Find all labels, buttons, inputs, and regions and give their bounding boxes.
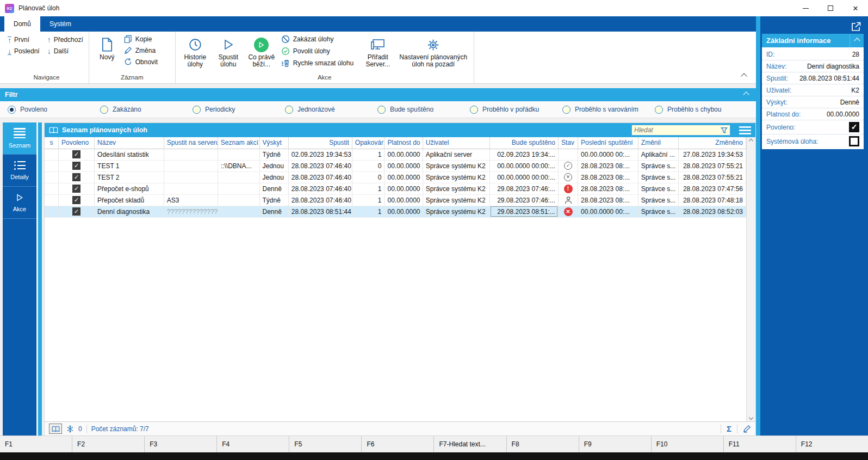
column-header-vyskyt[interactable]: Výskyt	[259, 137, 288, 149]
cell-zmenil[interactable]: Správce s...	[638, 194, 679, 206]
cell-nazev[interactable]: Odesílání statistik	[95, 149, 164, 160]
maximize-button[interactable]	[818, 0, 843, 16]
sum-button[interactable]: Σ	[727, 424, 731, 433]
fkey-f7[interactable]: F7-Hledat text...	[433, 436, 506, 452]
column-header-server[interactable]: Spustit na serveru	[164, 137, 218, 149]
fkey-f10[interactable]: F10	[651, 436, 723, 452]
cell-zmeneno[interactable]: 28.08.2023 07:55:21	[679, 160, 746, 171]
cell-server[interactable]: AS3	[164, 194, 218, 206]
cell-zmeneno[interactable]: 28.08.2023 07:47:56	[679, 183, 746, 194]
fkey-f1[interactable]: F1	[0, 436, 72, 452]
cell-akce[interactable]	[218, 171, 259, 183]
table-row[interactable]: ✓Odesílání statistikTýdně02.09.2023 19:3…	[45, 149, 746, 160]
column-header-nazev[interactable]: Název	[95, 137, 164, 149]
fkey-f6[interactable]: F6	[361, 436, 433, 452]
cell-posledni[interactable]: 28.08.2023 08:...	[578, 160, 638, 171]
close-button[interactable]: ✕	[843, 0, 868, 16]
info-collapse-button[interactable]	[850, 34, 864, 47]
cell-uzivatel[interactable]: Správce systému K2	[423, 194, 490, 206]
table-row[interactable]: ✓TEST 2Jednou28.08.2023 07:46:40000.00.0…	[45, 171, 746, 183]
cell-bude[interactable]: 00.00.0000 00:00:...	[490, 160, 559, 171]
column-header-povoleno[interactable]: Povoleno	[59, 137, 95, 149]
fkey-f12[interactable]: F12	[796, 436, 868, 452]
column-header-opakovar[interactable]: Opakovár	[352, 137, 385, 149]
column-header-uzivatel[interactable]: Uživatel	[423, 137, 490, 149]
cell-vyskyt[interactable]: Denně	[259, 206, 288, 217]
column-header-platnost[interactable]: Platnost do	[385, 137, 423, 149]
cell-akce[interactable]: ::\\DBNA...	[218, 160, 259, 171]
cell-nazev[interactable]: Přepočet skladů	[95, 194, 164, 206]
cell-uzivatel[interactable]: Správce systému K2	[423, 171, 490, 183]
column-header-stav[interactable]: Stav	[558, 137, 578, 149]
sidebar-splitter[interactable]	[38, 122, 42, 436]
cell-posledni[interactable]: 28.08.2023 08:...	[578, 194, 638, 206]
tab-system[interactable]: Systém	[40, 16, 80, 32]
table-row[interactable]: ✓TEST 1::\\DBNA...Jednou28.08.2023 07:46…	[45, 160, 746, 171]
filter-option-prob-hlo-v-po-dku[interactable]: Proběhlo v pořádku	[470, 106, 562, 114]
filter-option-zak-z-no[interactable]: Zakázáno	[100, 106, 193, 114]
filter-option-povoleno[interactable]: Povoleno	[8, 106, 100, 114]
cell-zmeneno[interactable]: 28.08.2023 07:55:21	[679, 171, 746, 183]
cell-zmeneno[interactable]: 27.08.2023 19:34:53	[679, 149, 746, 160]
cell-bude[interactable]: 29.08.2023 08:51:...	[490, 206, 559, 217]
cell-spustit[interactable]: 02.09.2023 19:34:53	[288, 149, 352, 160]
cell-povoleno[interactable]: ✓	[59, 194, 95, 206]
column-header-zmenil[interactable]: Změnil	[638, 137, 679, 149]
cell-spustit[interactable]: 28.08.2023 07:46:40	[288, 194, 352, 206]
sidebar-item-akce[interactable]: Akce	[3, 187, 36, 219]
cell-povoleno[interactable]: ✓	[59, 160, 95, 171]
cell-s[interactable]	[45, 194, 59, 206]
filter-option-bude-spu-t-no[interactable]: Bude spuštěno	[377, 106, 470, 114]
cell-posledni[interactable]: 00.00.0000 00:...	[578, 149, 638, 160]
scroll-up-icon[interactable]	[749, 139, 753, 143]
enable-tasks-button[interactable]: Povolit úlohy	[281, 47, 358, 56]
cell-server[interactable]: ??????????????	[164, 206, 218, 217]
book-view-button[interactable]	[49, 424, 62, 434]
cell-spustit[interactable]: 28.08.2023 08:51:44	[288, 206, 352, 217]
cell-platnost[interactable]: 00.00.0000	[385, 160, 423, 171]
table-row[interactable]: ✓Denní diagnostika??????????????Denně28.…	[45, 206, 746, 217]
cell-povoleno[interactable]: ✓	[59, 206, 95, 217]
filter-option-prob-hlo-s-chybou[interactable]: Proběhlo s chybou	[655, 106, 747, 114]
disable-tasks-button[interactable]: Zakázat úlohy	[281, 35, 358, 44]
cell-vyskyt[interactable]: Jednou	[259, 160, 288, 171]
run-task-button[interactable]: Spustit úlohu	[215, 32, 242, 73]
cell-vyskyt[interactable]: Týdně	[259, 194, 288, 206]
cell-zmenil[interactable]: Správce s...	[638, 160, 679, 171]
edit-pencil-button[interactable]	[743, 425, 751, 433]
cell-spustit[interactable]: 28.08.2023 07:46:40	[288, 171, 352, 183]
cell-zmeneno[interactable]: 28.08.2023 08:52:03	[679, 206, 746, 217]
new-button[interactable]: Nový	[94, 32, 121, 73]
cell-uzivatel[interactable]: Správce systému K2	[423, 183, 490, 194]
fkey-f2[interactable]: F2	[72, 436, 144, 452]
column-header-s[interactable]: s	[45, 137, 59, 149]
cell-s[interactable]	[45, 149, 59, 160]
cell-opakovar[interactable]: 1	[352, 149, 385, 160]
previous-button[interactable]: ↑Předchozí	[47, 36, 83, 44]
fkey-f5[interactable]: F5	[289, 436, 361, 452]
cell-server[interactable]	[164, 149, 218, 160]
cell-s[interactable]	[45, 171, 59, 183]
filter-funnel-icon[interactable]	[718, 127, 730, 134]
snowflake-icon[interactable]	[66, 425, 74, 433]
background-settings-button[interactable]: Nastavení plánovaných úloh na pozadí	[398, 32, 469, 73]
cell-povoleno[interactable]: ✓	[59, 183, 95, 194]
fkey-f9[interactable]: F9	[579, 436, 651, 452]
cell-posledni[interactable]: 28.08.2023 08:...	[578, 183, 638, 194]
cell-stav[interactable]	[558, 149, 578, 160]
cell-zmenil[interactable]: Správce s...	[638, 206, 679, 217]
cell-stav[interactable]: ✕	[558, 171, 578, 183]
panel-splitter[interactable]	[756, 16, 760, 436]
cell-bude[interactable]: 29.08.2023 07:46:...	[490, 183, 559, 194]
refresh-button[interactable]: Obnovit	[124, 58, 171, 66]
fkey-f11[interactable]: F11	[723, 436, 796, 452]
cell-platnost[interactable]: 00.00.0000	[385, 149, 423, 160]
cell-posledni[interactable]: 28.08.2023 08:...	[578, 171, 638, 183]
cell-zmenil[interactable]: Správce s...	[638, 183, 679, 194]
cell-povoleno[interactable]: ✓	[59, 149, 95, 160]
checkbox-checked-icon[interactable]: ✓	[849, 122, 859, 132]
cell-uzivatel[interactable]: Aplikační server	[423, 149, 490, 160]
cell-zmenil[interactable]: Aplikační ...	[638, 149, 679, 160]
open-external-icon[interactable]	[851, 21, 861, 32]
copy-button[interactable]: Kopie	[124, 35, 171, 43]
